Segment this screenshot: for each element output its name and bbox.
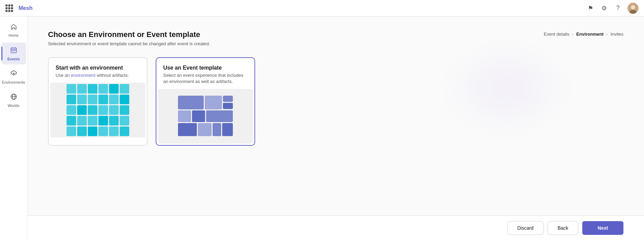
home-icon (10, 23, 17, 32)
grid-cell (67, 127, 76, 136)
breadcrumb: Event details › Environment › Invites (544, 32, 623, 37)
grid-cell (67, 95, 76, 104)
grid-cell (67, 105, 76, 115)
grid-cell (98, 105, 108, 115)
template-cards: Start with an environment Use an environ… (48, 57, 623, 146)
svg-point-6 (14, 50, 15, 51)
content-inner: Event details › Environment › Invites Ch… (27, 16, 644, 215)
bottom-bar: Discard Back Next (27, 215, 644, 240)
environment-card[interactable]: Start with an environment Use an environ… (48, 57, 147, 146)
mosaic-illustration (178, 96, 233, 137)
mosaic-cell (222, 123, 233, 136)
grid-cell (88, 95, 97, 104)
grid-cell (88, 116, 97, 125)
sidebar-home-label: Home (9, 33, 19, 37)
grid-cell (67, 116, 76, 125)
next-button[interactable]: Next (582, 221, 623, 235)
environment-card-image (50, 83, 145, 137)
mosaic-cell (223, 103, 233, 109)
mosaic-cell (178, 96, 204, 109)
page-subtitle: Selected environment or event template c… (48, 41, 623, 46)
mosaic-cell (223, 96, 233, 102)
breadcrumb-sep1: › (572, 32, 573, 37)
mosaic-cell (213, 123, 221, 136)
grid-cell (98, 127, 108, 136)
sidebar-item-events[interactable]: Events (1, 43, 26, 64)
breadcrumb-step2: Environment (576, 32, 604, 37)
mosaic-cell (205, 96, 222, 109)
events-icon (10, 46, 17, 56)
grid-cell (98, 95, 108, 104)
grid-cell (88, 84, 97, 94)
grid-cell (98, 116, 108, 125)
help-icon[interactable]: ? (614, 4, 622, 12)
environment-grid-illustration (67, 84, 129, 136)
grid-cell (77, 84, 87, 94)
grid-cell (109, 116, 119, 125)
topbar-actions: ⚑ ⚙ ? (586, 3, 639, 14)
settings-icon[interactable]: ⚙ (600, 4, 608, 12)
grid-cell (77, 95, 87, 104)
sidebar-item-worlds[interactable]: Worlds (1, 89, 26, 111)
grid-cell (120, 127, 129, 136)
svg-point-4 (12, 50, 13, 51)
environment-card-desc: Use an environment without artifacts. (56, 72, 140, 79)
page-header: Choose an Environment or Event template … (48, 30, 623, 46)
main-layout: Home Events (0, 16, 644, 240)
mosaic-cell (192, 110, 205, 122)
event-template-card-desc: Select an event experience that includes… (163, 72, 248, 85)
environments-icon (10, 70, 17, 79)
content-area: Event details › Environment › Invites Ch… (27, 16, 644, 240)
event-template-card-image (158, 89, 253, 144)
mosaic-cell (178, 123, 197, 136)
avatar[interactable] (628, 3, 639, 14)
sidebar-item-environments[interactable]: Environments (1, 66, 26, 88)
grid-cell (120, 116, 129, 125)
grid-cell (120, 84, 129, 94)
grid-cell (109, 84, 119, 94)
event-template-card-header: Use an Event template Select an event ex… (156, 58, 254, 89)
grid-cell (88, 105, 97, 115)
grid-cell (77, 116, 87, 125)
event-template-card-title: Use an Event template (163, 65, 248, 71)
mosaic-cell (206, 110, 233, 122)
grid-cell (67, 84, 76, 94)
app-title: Mesh (19, 5, 33, 11)
grid-cell (77, 105, 87, 115)
environment-card-title: Start with an environment (56, 65, 140, 71)
mosaic-cell (198, 123, 212, 136)
sidebar-item-home[interactable]: Home (1, 19, 26, 41)
sidebar-environments-label: Environments (2, 80, 25, 84)
grid-icon[interactable] (5, 4, 13, 12)
page-title: Choose an Environment or Event template (48, 30, 623, 39)
grid-cell (109, 105, 119, 115)
grid-cell (109, 127, 119, 136)
grid-cell (109, 95, 119, 104)
environment-card-header: Start with an environment Use an environ… (49, 58, 147, 83)
event-template-card[interactable]: Use an Event template Select an event ex… (156, 57, 255, 146)
sidebar-worlds-label: Worlds (8, 104, 19, 108)
mosaic-cell (178, 110, 191, 122)
svg-point-1 (631, 5, 635, 9)
sidebar: Home Events (0, 16, 27, 240)
flag-icon[interactable]: ⚑ (586, 4, 595, 12)
worlds-icon (10, 93, 17, 102)
breadcrumb-step1: Event details (544, 32, 569, 37)
grid-cell (77, 127, 87, 136)
svg-point-5 (13, 50, 14, 51)
grid-cell (98, 84, 108, 94)
topbar: Mesh ⚑ ⚙ ? (0, 0, 644, 16)
grid-cell (120, 95, 129, 104)
breadcrumb-step3: Invites (610, 32, 623, 37)
discard-button[interactable]: Discard (507, 221, 543, 235)
sidebar-events-label: Events (7, 57, 20, 61)
back-button[interactable]: Back (548, 221, 578, 235)
environment-link: environment (71, 73, 96, 78)
grid-cell (120, 105, 129, 115)
svg-point-7 (13, 73, 14, 74)
breadcrumb-sep2: › (606, 32, 608, 37)
grid-cell (88, 127, 97, 136)
